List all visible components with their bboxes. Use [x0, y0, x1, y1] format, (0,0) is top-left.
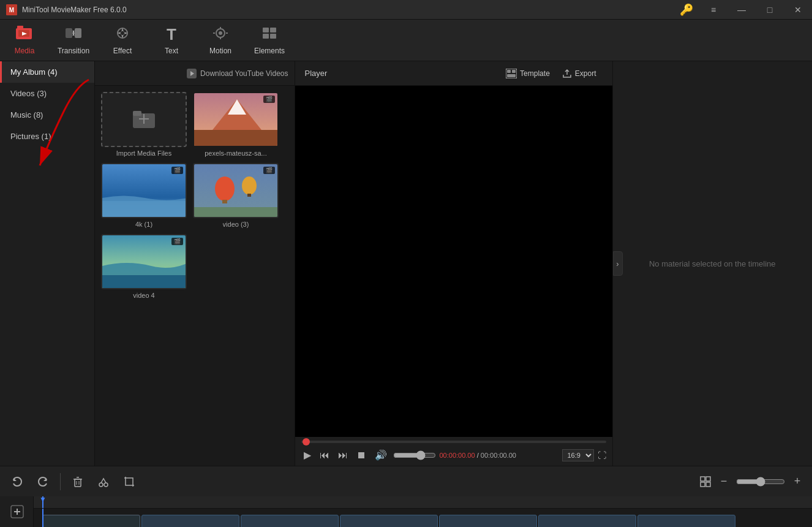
- timeline-tracks: ⇄ ⇄ ⇄ ⇄ ⇄ ⇄: [34, 509, 812, 527]
- delete-button[interactable]: [67, 471, 89, 493]
- collapse-panel-button[interactable]: ›: [613, 251, 623, 276]
- zoom-controls: − +: [699, 473, 806, 490]
- crop-button[interactable]: [118, 471, 140, 493]
- svg-rect-13: [263, 34, 269, 39]
- toolbar-elements[interactable]: Elements: [245, 20, 294, 61]
- timeline-clip-3[interactable]: ⇄: [340, 515, 438, 528]
- download-youtube-button[interactable]: Download YouTube Videos: [187, 69, 288, 78]
- svg-text:M: M: [9, 7, 14, 13]
- time-progress: [303, 438, 310, 445]
- playhead[interactable]: [42, 496, 43, 508]
- right-panel: › No material selected on the timeline: [613, 61, 813, 466]
- close-button[interactable]: ✕: [784, 0, 812, 20]
- redo-icon: [37, 476, 49, 488]
- svg-rect-6: [66, 28, 72, 38]
- mute-button[interactable]: 🔊: [372, 448, 389, 462]
- title-bar-left: M MiniTool MovieMaker Free 6.0.0: [0, 4, 127, 15]
- elements-icon: [261, 26, 278, 44]
- motion-icon: [212, 26, 229, 44]
- transition-label: Transition: [58, 47, 89, 55]
- svg-point-43: [99, 483, 103, 487]
- volume-slider[interactable]: [393, 450, 436, 460]
- toolbar-text[interactable]: T Text: [147, 20, 196, 61]
- maximize-button[interactable]: □: [756, 0, 784, 20]
- template-button[interactable]: Template: [500, 66, 556, 81]
- svg-rect-7: [75, 28, 81, 38]
- redo-button[interactable]: [32, 471, 54, 493]
- toolbar-transition[interactable]: Transition: [49, 20, 98, 61]
- zoom-slider[interactable]: [736, 477, 785, 487]
- text-label: Text: [165, 47, 178, 55]
- time-current: 00:00:00.00: [440, 452, 475, 459]
- player-screen: [295, 86, 612, 437]
- svg-rect-42: [75, 479, 81, 487]
- add-media-to-timeline-button[interactable]: [0, 496, 34, 527]
- svg-point-10: [219, 31, 222, 35]
- left-panel: My Album (4) Videos (3) Music (8) Pictur…: [0, 61, 95, 466]
- toolbar-effect[interactable]: Effect: [98, 20, 147, 61]
- youtube-icon: [187, 69, 197, 78]
- app-title: MiniTool MovieMaker Free 6.0.0: [22, 6, 127, 14]
- ratio-select[interactable]: 16:9 4:3 1:1 9:16: [562, 449, 594, 461]
- sidebar-item-videos[interactable]: Videos (3): [0, 83, 94, 104]
- media-icon: [16, 26, 33, 44]
- svg-rect-21: [143, 114, 145, 124]
- toolbar-media[interactable]: Media: [0, 20, 49, 61]
- folder-icon: [133, 108, 155, 131]
- playhead-track: [42, 509, 43, 527]
- mountain-label: pexels-mateusz-sa...: [205, 150, 266, 157]
- svg-rect-19: [133, 111, 141, 116]
- media-thumb-coastal[interactable]: 🎬 video 4: [101, 234, 187, 299]
- media-thumb-ocean[interactable]: 🎬 4k (1): [101, 163, 187, 228]
- media-label: Media: [15, 47, 35, 55]
- import-media-button[interactable]: Import Media Files: [101, 92, 187, 157]
- elements-label: Elements: [254, 47, 285, 55]
- minimize-button[interactable]: —: [727, 0, 756, 20]
- zoom-out-button[interactable]: −: [715, 473, 732, 490]
- timeline-clip-1[interactable]: ⇄: [141, 515, 239, 528]
- time-total: 00:00:00.00: [481, 452, 516, 459]
- bottom-toolbar: − +: [0, 466, 812, 496]
- prev-frame-button[interactable]: ⏮: [317, 449, 332, 462]
- timeline-clip-2[interactable]: ⇄: [241, 515, 339, 528]
- player-header: Player Template Export: [295, 61, 612, 86]
- menu-button[interactable]: ≡: [699, 0, 727, 20]
- timeline-clip-6[interactable]: ⇄: [637, 515, 735, 528]
- svg-rect-45: [701, 477, 705, 481]
- media-thumb-mountain[interactable]: 🎬 pexels-mateusz-sa...: [193, 92, 279, 157]
- video-badge: 🎬: [171, 167, 183, 174]
- svg-rect-46: [706, 477, 710, 481]
- cut-button[interactable]: [92, 471, 115, 493]
- video-badge: 🎬: [263, 96, 275, 103]
- svg-rect-47: [701, 482, 705, 487]
- export-button[interactable]: Export: [556, 66, 603, 81]
- motion-label: Motion: [209, 47, 231, 55]
- key-icon[interactable]: 🔑: [674, 3, 699, 17]
- player-title: Player: [305, 69, 500, 78]
- template-icon: [506, 69, 517, 78]
- stop-button[interactable]: ⏹: [354, 449, 369, 462]
- video-badge: 🎬: [171, 238, 183, 245]
- import-label: Import Media Files: [116, 150, 171, 157]
- crop-icon: [123, 476, 135, 488]
- toolbar-motion[interactable]: Motion: [196, 20, 245, 61]
- timeline-clip-0[interactable]: [42, 515, 140, 528]
- media-thumb-balloon[interactable]: 🎬 video (3): [193, 163, 279, 228]
- timeline-ruler: [34, 496, 812, 509]
- delete-icon: [72, 476, 84, 488]
- timeline: ⇄ ⇄ ⇄ ⇄ ⇄ ⇄: [0, 496, 812, 527]
- next-frame-button[interactable]: ⏭: [336, 449, 350, 462]
- timeline-clip-4[interactable]: ⇄: [439, 515, 537, 528]
- play-button[interactable]: ▶: [301, 448, 314, 462]
- undo-button[interactable]: [6, 471, 28, 493]
- timeline-clip-5[interactable]: ⇄: [538, 515, 636, 528]
- time-bar[interactable]: [301, 441, 606, 443]
- svg-rect-39: [507, 74, 516, 77]
- zoom-in-button[interactable]: +: [789, 473, 806, 490]
- sidebar-item-pictures[interactable]: Pictures (1): [0, 126, 94, 147]
- sidebar-item-music[interactable]: Music (8): [0, 104, 94, 126]
- svg-rect-25: [194, 130, 279, 147]
- fullscreen-button[interactable]: ⛶: [598, 450, 606, 460]
- sidebar-item-my-album[interactable]: My Album (4): [0, 61, 94, 83]
- player-controls: ▶ ⏮ ⏭ ⏹ 🔊 00:00:00.00 / 00:00:00.00 16:9…: [295, 437, 612, 466]
